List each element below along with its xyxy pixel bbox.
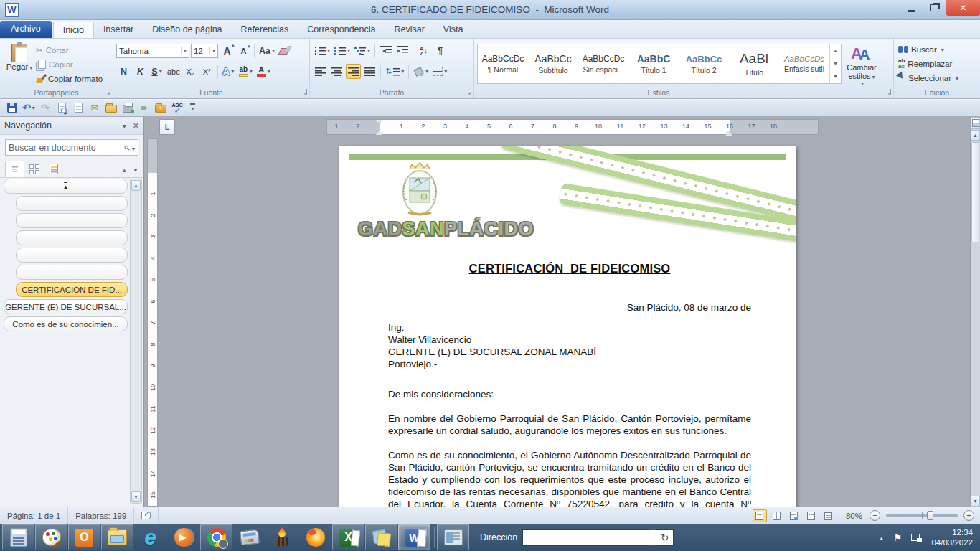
- style-enfasis-sutil[interactable]: AaBbCcDc Énfasis sutil: [779, 44, 829, 83]
- grow-font-button[interactable]: A: [220, 43, 235, 58]
- next-heading-icon[interactable]: [133, 164, 138, 174]
- address-input[interactable]: [523, 530, 656, 545]
- taskbar-paint[interactable]: [35, 524, 67, 550]
- italic-button[interactable]: K: [133, 64, 148, 79]
- change-styles-button[interactable]: AA Cambiar estilos: [842, 42, 882, 87]
- clipboard-dialog-launcher-icon[interactable]: [104, 89, 110, 95]
- taskbar-media-player[interactable]: [167, 524, 199, 550]
- document-scrollbar[interactable]: [970, 117, 980, 507]
- tab-diseno-de-pagina[interactable]: Diseño de página: [143, 22, 231, 38]
- subscript-button[interactable]: X₂: [183, 64, 198, 79]
- strikethrough-button[interactable]: abc: [166, 64, 182, 79]
- taskbar-burn-tool[interactable]: [266, 524, 298, 550]
- style-titulo-1[interactable]: AaBbC Título 1: [628, 44, 679, 83]
- gallery-up-icon[interactable]: ▲: [830, 44, 841, 57]
- attach-button[interactable]: [88, 101, 101, 114]
- borders-button[interactable]: [431, 64, 448, 79]
- fullscreen-reading-view-button[interactable]: [770, 509, 784, 522]
- tab-correspondencia[interactable]: Correspondencia: [298, 22, 385, 38]
- zoom-slider[interactable]: [886, 514, 958, 517]
- heading-item-empty[interactable]: [16, 196, 128, 211]
- bold-button[interactable]: N: [116, 64, 131, 79]
- style-sin-espaciado[interactable]: AaBbCcDc Sin espaci...: [578, 44, 628, 83]
- heading-item-certificacion[interactable]: CERTIFICACIÓN DE FID...: [16, 282, 128, 297]
- scroll-up-icon[interactable]: ▲: [131, 180, 141, 191]
- ruler-toggle-icon[interactable]: [971, 117, 980, 129]
- heading-item-como-es[interactable]: Como es de su conocimien...: [4, 316, 128, 331]
- search-input[interactable]: [9, 143, 124, 153]
- scroll-down-icon[interactable]: [971, 496, 980, 507]
- zoom-slider-thumb[interactable]: [927, 511, 933, 520]
- heading-item-empty[interactable]: [16, 248, 128, 263]
- shading-button[interactable]: [412, 64, 430, 79]
- shrink-font-button[interactable]: A: [236, 43, 251, 58]
- tab-browse-headings[interactable]: [5, 161, 24, 177]
- page-count[interactable]: Página: 1 de 1: [0, 507, 68, 524]
- navigation-scrollbar[interactable]: ▲ ▼: [130, 179, 142, 504]
- horizontal-ruler[interactable]: 21123456789101112131415161718: [326, 119, 819, 135]
- highlight-color-button[interactable]: ab: [237, 64, 254, 79]
- search-box[interactable]: [5, 139, 138, 156]
- previous-heading-icon[interactable]: [121, 164, 127, 174]
- change-case-button[interactable]: Aa: [258, 43, 276, 58]
- taskbar-excel[interactable]: X: [332, 524, 364, 550]
- document-body[interactable]: CERTIFICACIÓN DE FIDEICOMISO San Plácido…: [388, 263, 751, 507]
- tab-insertar[interactable]: Insertar: [94, 22, 143, 38]
- proofing-status[interactable]: [134, 507, 159, 524]
- increase-indent-button[interactable]: [395, 43, 410, 58]
- navigation-close-icon[interactable]: [133, 121, 139, 131]
- zoom-level[interactable]: 80%: [846, 512, 862, 520]
- text-effects-button[interactable]: A: [221, 64, 236, 79]
- style-subtitulo[interactable]: AaBbCc Subtítulo: [528, 44, 578, 83]
- taskbar-image-viewer[interactable]: [437, 524, 469, 550]
- heading-item-empty[interactable]: [16, 265, 128, 280]
- justify-button[interactable]: [362, 64, 377, 79]
- draft-view-button[interactable]: [821, 509, 836, 522]
- edit-button[interactable]: [138, 101, 151, 114]
- heading-item-gerente[interactable]: GERENTE (E) DE SUCURSAL...: [4, 299, 128, 314]
- undo-button[interactable]: [22, 101, 35, 114]
- new-document-button[interactable]: [72, 101, 85, 114]
- sort-button[interactable]: AZ: [416, 43, 431, 58]
- tab-inicio[interactable]: Inicio: [53, 22, 94, 38]
- outline-view-button[interactable]: [804, 509, 819, 522]
- taskbar-firefox[interactable]: [299, 524, 331, 550]
- tab-browse-results[interactable]: [44, 161, 63, 177]
- taskbar-chrome[interactable]: [200, 524, 232, 550]
- gallery-down-icon[interactable]: ▼: [830, 57, 841, 70]
- superscript-button[interactable]: X²: [199, 64, 215, 79]
- search-icon[interactable]: [124, 143, 130, 153]
- bullets-button[interactable]: [313, 43, 331, 58]
- tab-vista[interactable]: Vista: [434, 22, 473, 38]
- style-titulo-2[interactable]: AaBbCc Título 2: [679, 44, 729, 83]
- toolbar-overflow-icon[interactable]: [190, 103, 195, 112]
- print-layout-view-button[interactable]: [753, 509, 767, 522]
- cut-button[interactable]: Cortar: [36, 44, 103, 56]
- taskbar-calculator[interactable]: [2, 524, 34, 550]
- multilevel-list-button[interactable]: [353, 43, 372, 58]
- open-button[interactable]: [105, 101, 118, 114]
- format-painter-button[interactable]: Copiar formato: [36, 72, 103, 85]
- taskbar-internet-explorer[interactable]: e: [134, 524, 166, 550]
- underline-button[interactable]: S: [149, 64, 164, 79]
- taskbar-clock[interactable]: 12:34 04/03/2022: [931, 527, 973, 547]
- zoom-out-button[interactable]: −: [870, 510, 880, 521]
- print-button[interactable]: [121, 101, 134, 114]
- taskbar-scanner[interactable]: [233, 524, 265, 550]
- paragraph-dialog-launcher-icon[interactable]: [465, 89, 471, 95]
- print-preview-button[interactable]: [55, 101, 68, 114]
- taskbar-sticky-notes[interactable]: [365, 524, 397, 550]
- find-button[interactable]: Buscar: [898, 43, 976, 56]
- heading-item-empty[interactable]: [16, 230, 128, 245]
- taskbar-outlook[interactable]: O: [68, 524, 100, 550]
- numbering-button[interactable]: [333, 43, 352, 58]
- tab-browse-pages[interactable]: [24, 161, 44, 177]
- replace-button[interactable]: abac Reemplazar: [898, 57, 976, 70]
- styles-dialog-launcher-icon[interactable]: [885, 89, 891, 95]
- restore-button[interactable]: [923, 0, 946, 16]
- taskbar-file-explorer[interactable]: [101, 524, 133, 550]
- clear-formatting-button[interactable]: [278, 43, 293, 58]
- align-left-button[interactable]: [313, 64, 328, 79]
- favorites-folder-button[interactable]: [154, 101, 167, 114]
- line-spacing-button[interactable]: [384, 64, 405, 79]
